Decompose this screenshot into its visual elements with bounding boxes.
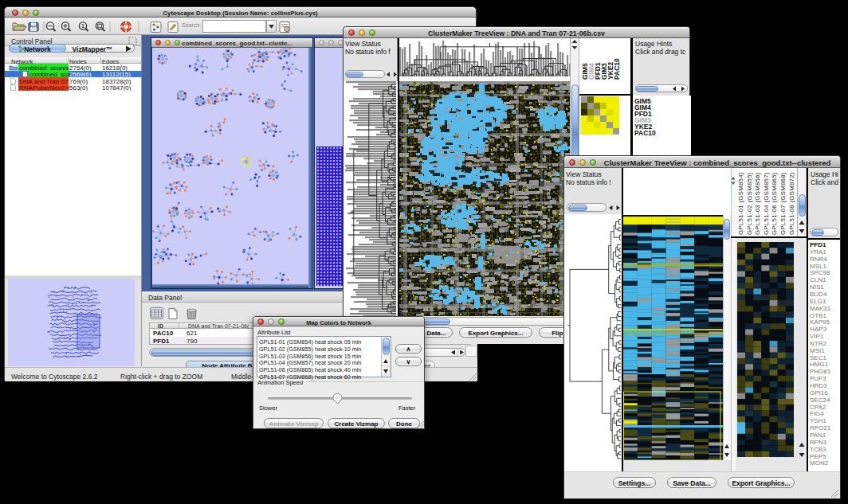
- svg-text:MSI1: MSI1: [810, 347, 825, 354]
- svg-text:SEC24: SEC24: [810, 397, 830, 404]
- svg-text:YRA1: YRA1: [810, 248, 826, 256]
- svg-text:SPC98: SPC98: [810, 269, 830, 276]
- svg-text:GPL51-07 (GSM868): GPL51-07 (GSM868): [779, 172, 787, 235]
- svg-text:1: 1: [81, 23, 84, 29]
- svg-text:CPA2: CPA2: [810, 404, 826, 411]
- svg-text:GPI16: GPI16: [810, 389, 828, 397]
- svg-text:CLN1: CLN1: [810, 276, 826, 283]
- svg-text:PHO81: PHO81: [810, 368, 831, 375]
- svg-text:GPL51-04 (GSM857): GPL51-04 (GSM857): [763, 172, 770, 235]
- svg-text:ELG1: ELG1: [810, 298, 826, 305]
- svg-text:GTB1: GTB1: [810, 312, 826, 319]
- svg-text:HRD3: HRD3: [810, 382, 827, 389]
- svg-text:GPL51-03 (GSM856): GPL51-03 (GSM856): [754, 172, 761, 235]
- svg-text:MSL1: MSL1: [810, 263, 826, 270]
- svg-text:GPL51-06 (GSM865): GPL51-06 (GSM865): [771, 172, 778, 235]
- svg-text:NTR2: NTR2: [810, 340, 826, 347]
- svg-text:KAP95: KAP95: [810, 318, 830, 326]
- svg-text:HMG1: HMG1: [810, 361, 829, 368]
- svg-text:MON2: MON2: [810, 459, 829, 467]
- svg-text:RNR4: RNR4: [810, 256, 827, 263]
- svg-text:PAN1: PAN1: [810, 432, 826, 439]
- svg-text:SEC1: SEC1: [810, 354, 826, 361]
- svg-text:PAC10: PAC10: [613, 58, 621, 80]
- svg-text:HAP3: HAP3: [810, 326, 826, 333]
- svg-text:MAK31: MAK31: [810, 305, 831, 312]
- svg-text:RPO21: RPO21: [810, 424, 831, 432]
- svg-text:VIP1: VIP1: [810, 333, 824, 340]
- svg-text:PEP5: PEP5: [810, 453, 826, 460]
- svg-text:NIS1: NIS1: [810, 283, 824, 291]
- svg-text:FIG4: FIG4: [810, 410, 824, 417]
- svg-text:YSH1: YSH1: [810, 417, 826, 424]
- svg-text:RPN1: RPN1: [810, 439, 827, 446]
- svg-text:GPL51-08 (GSM872): GPL51-08 (GSM872): [788, 172, 795, 235]
- svg-text:GPL51-01 (GSM854): GPL51-01 (GSM854): [737, 172, 744, 235]
- svg-text:GPL51-02 (GSM855): GPL51-02 (GSM855): [746, 172, 753, 235]
- svg-text:BUD4: BUD4: [810, 291, 827, 298]
- svg-text:PUF3: PUF3: [810, 375, 826, 382]
- svg-text:PFD1: PFD1: [810, 241, 826, 248]
- svg-text:TCB3: TCB3: [810, 446, 826, 453]
